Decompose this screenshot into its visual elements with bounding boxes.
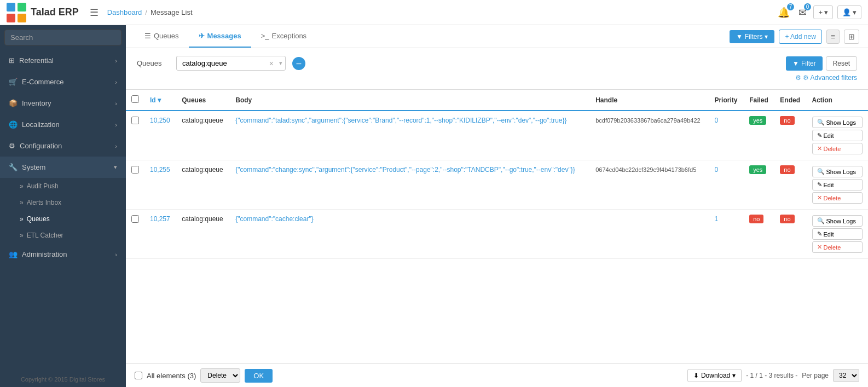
filter-select-chevron[interactable]: ▾ [279,60,282,67]
footer-select-all-checkbox[interactable] [135,372,142,379]
show-logs-button-1[interactable]: 🔍 Show Logs [812,166,863,177]
sidebar-item-configuration[interactable]: ⚙ Configuration › [0,135,126,157]
delete-label-0: Delete [824,146,841,152]
svg-rect-1 [18,3,26,11]
all-elements-label: All elements (3) [147,372,196,380]
sidebar-sub-label-alerts: Alerts Inbox [27,199,61,206]
app-logo-text: Talad ERP [31,7,79,18]
ok-label: OK [253,372,264,380]
col-id[interactable]: Id ▾ [144,90,176,111]
sidebar-label-admin: Administration [22,250,67,258]
breadcrumb-home[interactable]: Dashboard [107,8,142,16]
bullet-icon-4: » [20,232,24,239]
search-input[interactable] [4,30,121,45]
row-queue-0: catalog:queue [176,111,230,160]
list-view-button[interactable]: ≡ [826,30,840,44]
messages-table-wrapper: Id ▾ Queues Body Handle Priority Failed … [126,90,868,363]
sidebar-label-ecommerce: E-Commerce [22,78,64,86]
row-ended-badge-0: no [780,116,794,125]
col-queues: Queues [176,90,230,111]
tab-messages[interactable]: ✈ Messages [189,25,251,48]
chevron-right-icon-3: › [115,100,117,107]
sidebar-item-localization[interactable]: 🌐 Localization › [0,114,126,135]
admin-icon: 👥 [9,250,18,258]
sidebar-sub-etl-catcher[interactable]: » ETL Catcher [0,227,126,244]
delete-button-0[interactable]: ✕ Delete [812,143,863,154]
col-ended: Ended [774,90,806,111]
table-row: 10,250 catalog:queue {"command":"talad:s… [126,111,868,160]
breadcrumb-current: Message List [151,8,193,16]
sidebar-sub-audit-push[interactable]: » Audit Push [0,178,126,194]
filter-reset-button[interactable]: Reset [826,56,857,71]
filter-remove-button[interactable]: – [292,57,305,70]
sidebar-item-referential[interactable]: ⊞ Referential › [0,50,126,71]
filter-clear-button[interactable]: × [269,59,274,68]
filter-apply-button[interactable]: ▼ Filter [786,56,823,71]
row-checkbox-2[interactable] [131,215,139,223]
cart-icon: 🛒 [9,78,18,86]
bulk-ok-button[interactable]: OK [245,369,273,383]
row-checkbox-1[interactable] [131,166,139,174]
bullet-icon-3: » [20,215,24,223]
pencil-icon-2: ✎ [817,230,822,238]
show-logs-button-2[interactable]: 🔍 Show Logs [812,215,863,227]
edit-button-0[interactable]: ✎ Edit [812,130,863,141]
chevron-right-icon-4: › [115,122,117,128]
sidebar-sub-queues[interactable]: » Queues [0,211,126,227]
alerts-button[interactable]: 🔔 7 [776,4,792,21]
edit-label-2: Edit [824,231,834,238]
notifications-badge: 0 [804,3,812,10]
notifications-button[interactable]: ✉ 0 [796,4,809,21]
svg-rect-3 [18,14,26,22]
user-menu-button[interactable]: 👤 ▾ [837,5,861,19]
minus-icon: – [297,59,302,68]
row-id-link-2[interactable]: 10,257 [150,215,170,223]
chevron-right-icon-6: › [115,251,117,258]
tab-exceptions[interactable]: >_ Exceptions [251,25,316,48]
sidebar-item-system[interactable]: 🔧 System ▾ [0,157,126,178]
row-failed-badge-2: no [749,215,763,223]
add-chevron: ▾ [824,8,828,16]
sidebar-label-configuration: Configuration [20,142,62,150]
row-actions-0: 🔍 Show Logs ✎ Edit ✕ Delete [812,117,863,154]
per-page-select[interactable]: 32 [833,369,859,382]
table-row: 10,257 catalog:queue {"command":"cache:c… [126,210,868,259]
filter-chevron-icon: ▾ [765,33,768,41]
sidebar-item-inventory[interactable]: 📦 Inventory › [0,93,126,114]
delete-label-1: Delete [824,195,841,201]
edit-button-2[interactable]: ✎ Edit [812,228,863,240]
row-priority-0: 0 [714,117,718,124]
edit-button-1[interactable]: ✎ Edit [812,179,863,190]
filter-queues-label: Queues [137,59,170,67]
sidebar-item-administration[interactable]: 👥 Administration › [0,244,126,265]
row-body-1: {"command":"change:sync","argument":{"se… [235,166,575,174]
sidebar-sub-label-etl: ETL Catcher [27,232,63,239]
tab-exceptions-label: Exceptions [272,32,307,40]
bullet-icon-2: » [20,199,24,206]
bulk-action-select[interactable]: Delete [200,368,240,383]
tab-queues[interactable]: ☰ Queues [135,25,189,48]
svg-rect-2 [7,14,15,22]
show-logs-label-1: Show Logs [826,169,856,175]
add-button[interactable]: + ▾ [813,5,833,19]
advanced-filters-link[interactable]: ⚙ ⚙ Advanced filters [137,71,857,82]
col-priority: Priority [709,90,744,111]
add-new-button[interactable]: + Add new [779,30,821,44]
hamburger-icon[interactable]: ☰ [90,7,99,19]
delete-button-1[interactable]: ✕ Delete [812,192,863,204]
messages-table: Id ▾ Queues Body Handle Priority Failed … [126,90,868,259]
row-id-link-1[interactable]: 10,255 [150,166,170,174]
delete-button-2[interactable]: ✕ Delete [812,241,863,253]
row-checkbox-0[interactable] [131,117,139,124]
filters-dropdown-button[interactable]: ▼ Filters ▾ [730,30,775,43]
sidebar-sub-alerts-inbox[interactable]: » Alerts Inbox [0,194,126,211]
select-all-checkbox[interactable] [131,95,139,103]
show-logs-button-0[interactable]: 🔍 Show Logs [812,117,863,128]
download-button[interactable]: ⬇ Download ▾ [687,369,742,382]
sidebar-item-ecommerce[interactable]: 🛒 E-Commerce › [0,71,126,93]
col-body: Body [230,90,590,111]
grid-view-button[interactable]: ⊞ [844,30,859,44]
times-icon-1: ✕ [817,194,822,201]
sidebar-label-referential: Referential [19,56,54,65]
row-id-link-0[interactable]: 10,250 [150,117,170,124]
